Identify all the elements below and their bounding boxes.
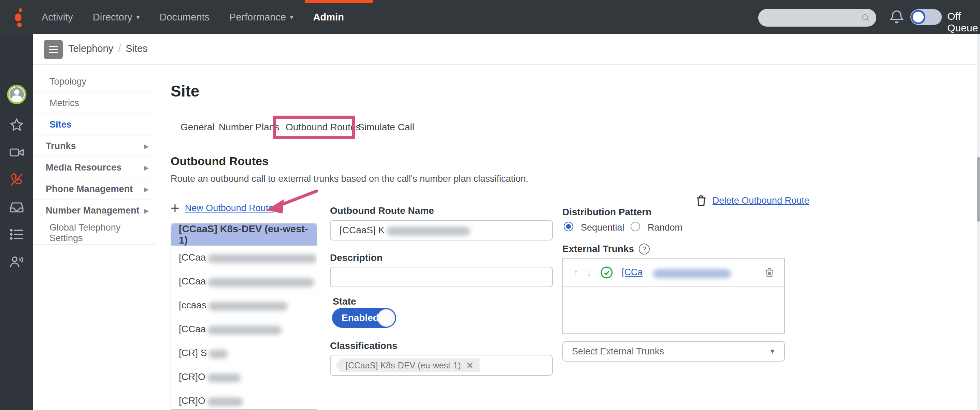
breadcrumb-page: Sites <box>126 43 147 54</box>
classifications-input[interactable]: [CCaaS] K8s-DEV (eu-west-1) ✕ <box>330 355 553 376</box>
sidebar-item-phone-management[interactable]: Phone Management▸ <box>33 178 155 200</box>
top-nav-items: Activity Directory▾ Documents Performanc… <box>41 0 344 34</box>
route-name-input[interactable]: [CCaaS] K <box>330 220 553 240</box>
outbound-routes-list: [CCaaS] K8s-DEV (eu-west-1) [CCaa [CCaa … <box>170 223 317 410</box>
page-title: Site <box>170 82 199 100</box>
radio-random-label: Random <box>648 222 682 233</box>
select-external-trunks-dropdown[interactable]: Select External Trunks ▼ <box>562 341 785 362</box>
redacted-text <box>207 373 241 382</box>
chevron-right-icon: ▸ <box>144 184 148 194</box>
tab-number-plans[interactable]: Number Plans <box>219 122 279 133</box>
plus-icon: + <box>170 201 180 215</box>
star-icon <box>8 117 25 133</box>
call-disabled-button[interactable] <box>0 171 33 188</box>
hamburger-icon <box>49 46 58 47</box>
route-list-item[interactable]: [ccaas <box>171 293 317 317</box>
section-description: Route an outbound call to external trunk… <box>170 173 528 184</box>
route-list-item[interactable]: [CR]O <box>171 389 317 410</box>
sidebar-item-topology[interactable]: Topology <box>33 71 155 92</box>
route-list-item[interactable]: [CCaa <box>171 270 317 293</box>
chevron-right-icon: ▸ <box>144 206 148 216</box>
radio-sequential-label: Sequential <box>581 222 624 233</box>
trash-icon <box>695 194 708 207</box>
trunk-link[interactable]: [CCa <box>622 267 643 278</box>
description-label: Description <box>330 253 382 263</box>
nav-item-documents[interactable]: Documents <box>159 11 210 23</box>
redacted-text <box>209 350 228 359</box>
tab-simulate-call[interactable]: Simulate Call <box>358 122 414 133</box>
external-trunks-box: ↑ ↓ [CCa <box>562 258 785 334</box>
left-icon-rail <box>0 34 33 410</box>
avatar-online-icon <box>6 84 27 105</box>
tab-general[interactable]: General <box>180 122 215 133</box>
new-outbound-route-button[interactable]: + New Outbound Route <box>170 201 273 215</box>
queue-status-toggle[interactable] <box>910 9 942 25</box>
distribution-pattern-label: Distribution Pattern <box>562 207 651 218</box>
route-list-item[interactable]: [CCaa <box>171 317 317 341</box>
redacted-text <box>208 326 282 335</box>
redacted-text <box>208 302 288 311</box>
caret-down-icon: ▾ <box>137 13 140 21</box>
page-scrollbar-track[interactable] <box>977 34 980 410</box>
move-down-icon[interactable]: ↓ <box>587 267 592 278</box>
route-list-item[interactable]: [CCaa <box>171 246 317 270</box>
section-heading: Outbound Routes <box>170 154 269 168</box>
remove-tag-icon[interactable]: ✕ <box>466 361 474 370</box>
radio-random[interactable] <box>631 222 640 231</box>
favorites-button[interactable] <box>0 117 33 133</box>
help-icon[interactable]: ? <box>639 243 650 254</box>
list-icon <box>8 226 25 243</box>
global-search <box>758 9 876 27</box>
nav-item-activity[interactable]: Activity <box>41 11 73 23</box>
search-icon <box>861 13 871 23</box>
nav-item-admin[interactable]: Admin <box>313 11 344 23</box>
chevron-right-icon: ▸ <box>144 141 148 151</box>
inbox-button[interactable] <box>0 199 33 215</box>
toggle-knob <box>377 309 395 327</box>
breadcrumb-bar: Telephony / Sites <box>33 34 980 65</box>
video-button[interactable] <box>0 144 33 161</box>
route-name-label: Outbound Route Name <box>330 205 434 216</box>
check-circle-icon <box>600 266 614 280</box>
page-scrollbar-thumb[interactable] <box>977 157 980 222</box>
classification-tag: [CCaaS] K8s-DEV (eu-west-1) ✕ <box>336 359 480 372</box>
remove-trunk-trash-icon[interactable] <box>764 266 775 279</box>
route-list-item[interactable]: [CR] S <box>171 341 317 365</box>
sidebar-item-sites[interactable]: Sites <box>33 114 155 135</box>
top-nav-bar: Activity Directory▾ Documents Performanc… <box>0 0 980 34</box>
notifications-bell-icon[interactable] <box>889 8 905 25</box>
menu-toggle-button[interactable] <box>44 40 63 59</box>
description-input[interactable] <box>330 267 553 287</box>
move-up-icon[interactable]: ↑ <box>573 267 578 278</box>
telephony-sidebar: Topology Metrics Sites Trunks▸ Media Res… <box>33 71 155 245</box>
state-toggle-label: Enabled <box>342 308 379 328</box>
route-list-item-selected[interactable]: [CCaaS] K8s-DEV (eu-west-1) <box>171 224 317 246</box>
radio-sequential[interactable] <box>564 222 573 231</box>
inbox-tray-icon <box>8 199 25 215</box>
delete-outbound-route-label: Delete Outbound Route <box>713 195 810 206</box>
nav-item-performance[interactable]: Performance▾ <box>229 11 293 23</box>
sidebar-item-media-resources[interactable]: Media Resources▸ <box>33 157 155 178</box>
new-outbound-route-label: New Outbound Route <box>185 203 274 213</box>
sidebar-item-trunks[interactable]: Trunks▸ <box>33 135 155 157</box>
agent-speaking-button[interactable] <box>0 254 33 270</box>
delete-outbound-route-button[interactable]: Delete Outbound Route <box>695 194 810 207</box>
breadcrumb-section[interactable]: Telephony <box>68 43 113 54</box>
video-camera-icon <box>8 144 25 161</box>
user-avatar[interactable] <box>0 84 33 105</box>
sidebar-item-number-management[interactable]: Number Management▸ <box>33 200 155 221</box>
redacted-text <box>208 254 317 263</box>
nav-item-directory[interactable]: Directory▾ <box>93 11 140 23</box>
trunk-row: ↑ ↓ [CCa <box>563 259 784 286</box>
chevron-right-icon: ▸ <box>144 163 148 173</box>
lists-button[interactable] <box>0 226 33 243</box>
redacted-text <box>208 278 314 287</box>
sidebar-item-global-telephony-settings[interactable]: Global Telephony Settings <box>33 221 155 245</box>
sidebar-item-metrics[interactable]: Metrics <box>33 92 155 114</box>
search-input[interactable] <box>765 10 857 25</box>
external-trunks-label: External Trunks ? <box>562 243 650 254</box>
breadcrumb: Telephony / Sites <box>68 43 148 54</box>
genesys-logo-icon <box>13 8 25 27</box>
route-list-item[interactable]: [CR]O <box>171 365 317 389</box>
state-toggle[interactable]: Enabled <box>332 308 396 328</box>
